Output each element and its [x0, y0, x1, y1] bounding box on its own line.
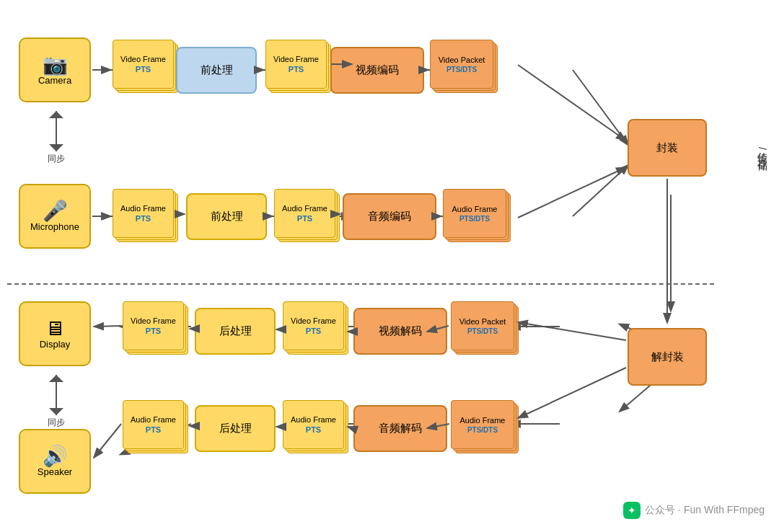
svg-line-43 [518, 167, 626, 218]
section-divider [7, 283, 714, 285]
watermark-icon-symbol: ✦ [628, 505, 636, 516]
decode-audio-label: 音频解码 [379, 422, 422, 435]
microphone-icon: 🎤 [43, 201, 68, 221]
decode-video-label: 视频解码 [379, 324, 422, 338]
encode-audio-box: 音频编码 [343, 193, 436, 240]
sync-indicator-decode: 同步 [43, 373, 69, 429]
transport-label: 传输/存储 [756, 144, 769, 154]
svg-marker-26 [49, 144, 63, 151]
camera-label: Camera [38, 75, 71, 86]
decode-audio-box: 音频解码 [353, 405, 447, 452]
postprocess-video-label: 后处理 [219, 324, 252, 338]
audio-frame-decode-label-1: Audio Frame [131, 415, 176, 424]
encode-video-label: 视频编码 [356, 63, 399, 77]
sync-arrow-decode-svg [43, 373, 69, 417]
transport-text: 传输/存储 [757, 144, 768, 154]
display-device: 🖥 Display [19, 301, 91, 366]
preprocess-audio-box: 前处理 [186, 193, 267, 240]
video-frame-decode-label-2: Video Frame [291, 316, 336, 325]
speaker-label: Speaker [38, 466, 72, 477]
display-icon: 🖥 [45, 319, 65, 339]
pts-label-1: PTS [136, 65, 151, 74]
decode-video-box: 视频解码 [353, 308, 447, 355]
ptsdts-audio-enc: PTS/DTS [459, 215, 490, 223]
pts-audio-decode-2: PTS [306, 425, 321, 434]
video-packet-decode-label: Video Packet [459, 317, 506, 326]
sync-label-decode: 同步 [48, 417, 65, 429]
ptsdts-audio-decode: PTS/DTS [467, 426, 498, 434]
svg-line-10 [573, 166, 628, 216]
video-packet-label-1: Video Packet [439, 56, 485, 64]
video-frame-label-1: Video Frame [120, 55, 166, 63]
pts-audio-decode-1: PTS [146, 425, 161, 434]
pts-video-decode-2: PTS [306, 327, 321, 335]
speaker-device: 🔊 Speaker [19, 429, 91, 494]
sync-indicator-encode: 同步 [43, 110, 69, 165]
demux-box: 解封装 [628, 328, 707, 386]
postprocess-audio-label: 后处理 [219, 422, 252, 435]
svg-line-3 [573, 70, 628, 144]
svg-line-37 [518, 65, 626, 141]
audio-frame-decode-enc-label: Audio Frame [460, 416, 506, 425]
watermark-icon: ✦ [623, 502, 641, 519]
sync-label-encode: 同步 [48, 153, 65, 165]
microphone-label: Microphone [30, 221, 79, 232]
svg-marker-29 [49, 408, 63, 415]
sync-arrow-svg [43, 110, 69, 153]
camera-device: 📷 Camera [19, 37, 91, 102]
watermark-text: 公众号 · Fun With FFmpeg [645, 504, 765, 517]
camera-icon: 📷 [43, 55, 68, 75]
mux-box: 封装 [628, 119, 707, 177]
preprocess-video-label: 前处理 [201, 63, 233, 77]
svg-marker-25 [49, 111, 63, 118]
diagram: 📷 Camera 同步 🎤 Microphone Video Frame [0, 0, 779, 532]
postprocess-video-box: 后处理 [195, 308, 276, 355]
audio-frame-enc-label: Audio Frame [452, 205, 498, 213]
display-label: Display [40, 339, 71, 350]
svg-line-51 [94, 326, 121, 327]
pts-audio-2: PTS [297, 214, 312, 223]
speaker-icon: 🔊 [43, 446, 68, 466]
audio-frame-decode-label-2: Audio Frame [291, 415, 336, 424]
audio-frame-label-2: Audio Frame [282, 204, 327, 213]
pts-audio-1: PTS [136, 214, 151, 223]
audio-frame-label-1: Audio Frame [120, 204, 166, 213]
microphone-device: 🎤 Microphone [19, 184, 91, 249]
svg-line-52 [518, 368, 626, 418]
ptsdts-video-decode: PTS/DTS [467, 327, 498, 335]
preprocess-audio-label: 前处理 [211, 210, 243, 223]
video-frame-label-2: Video Frame [273, 55, 319, 63]
svg-line-45 [518, 322, 626, 340]
pts-video-decode-1: PTS [146, 327, 161, 335]
video-frame-decode-label-1: Video Frame [131, 316, 176, 325]
mux-label: 封装 [656, 141, 678, 155]
watermark: ✦ 公众号 · Fun With FFmpeg [623, 502, 765, 519]
svg-marker-28 [49, 375, 63, 382]
demux-label: 解封装 [651, 350, 684, 364]
ptsdts-label-1: PTS/DTS [446, 66, 477, 74]
pts-label-2: PTS [289, 65, 304, 74]
preprocess-video-box: 前处理 [176, 47, 257, 94]
encode-video-box: 视频编码 [330, 47, 424, 94]
postprocess-audio-box: 后处理 [195, 405, 276, 452]
svg-line-57 [94, 424, 121, 458]
encode-audio-label: 音频编码 [368, 210, 411, 223]
